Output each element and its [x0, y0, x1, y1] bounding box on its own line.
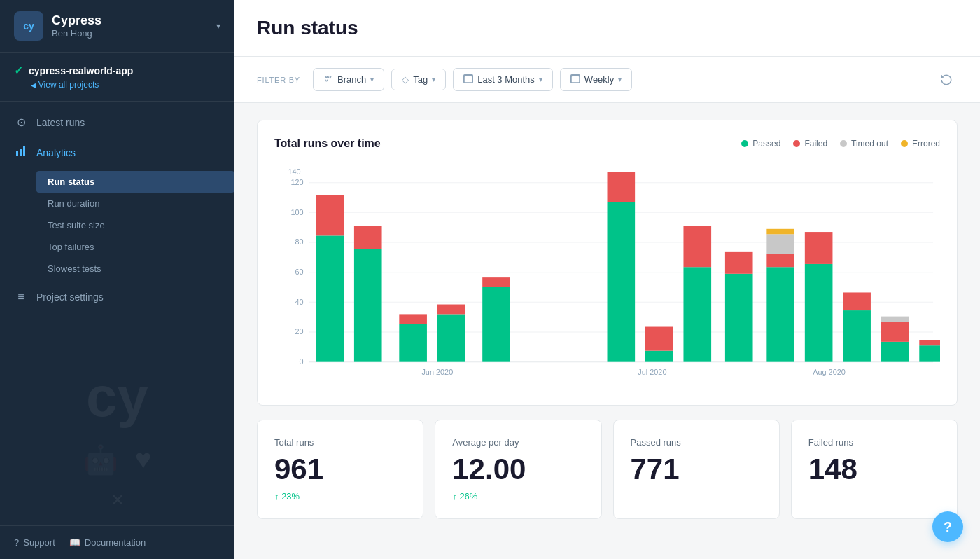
- timedout-dot: [840, 140, 847, 147]
- svg-rect-0: [16, 151, 18, 156]
- support-link[interactable]: ? Support: [14, 537, 55, 548]
- bar: [881, 317, 909, 322]
- app-logo: cy: [14, 11, 43, 41]
- errored-dot: [901, 140, 908, 147]
- bar: [645, 327, 673, 351]
- sidebar-item-latest-runs[interactable]: ⊙ Latest runs: [0, 107, 234, 137]
- sidebar-item-run-status[interactable]: Run status: [36, 171, 234, 193]
- bar: [766, 254, 794, 267]
- svg-text:60: 60: [295, 268, 303, 276]
- last3months-filter-button[interactable]: Last 3 Months ▾: [453, 68, 553, 91]
- bar: [881, 322, 909, 342]
- sidebar-header-text: Cypress Ben Hong: [52, 13, 208, 39]
- legend-errored: Errored: [901, 139, 940, 149]
- legend-failed: Failed: [793, 139, 827, 149]
- bar: [805, 232, 833, 264]
- app-name: Cypress: [52, 13, 208, 28]
- bar: [354, 226, 382, 249]
- weekly-chevron-icon: ▾: [618, 76, 622, 83]
- legend-passed: Passed: [741, 139, 780, 149]
- passed-runs-label: Passed runs: [631, 437, 762, 448]
- bar: [316, 235, 344, 361]
- bar: [645, 351, 673, 362]
- sidebar-header[interactable]: cy Cypress Ben Hong ▾: [0, 0, 234, 53]
- svg-text:0: 0: [300, 357, 304, 366]
- bar: [843, 310, 871, 362]
- main-content: Run status FILTER BY Branch ▾ ◇ Tag ▾ La…: [234, 0, 980, 559]
- bar: [919, 345, 940, 361]
- analytics-sub-nav: Run status Run duration Test suite size …: [0, 168, 234, 282]
- stat-card-total-runs: Total runs 961 23%: [257, 420, 424, 519]
- bar: [438, 314, 465, 361]
- project-section: ✓ cypress-realworld-app View all project…: [0, 53, 234, 102]
- bar: [482, 277, 510, 287]
- circle-icon: ⊙: [14, 116, 28, 129]
- svg-text:Jun 2020: Jun 2020: [421, 367, 453, 375]
- avg-per-day-value: 12.00: [452, 453, 584, 485]
- nav-section: ⊙ Latest runs Analytics Run status Run d…: [0, 102, 234, 525]
- avg-per-day-change: 26%: [452, 491, 584, 502]
- refresh-icon-button[interactable]: [935, 69, 958, 91]
- bar-chart-svg: 0 20 40 60 80 100 120 140: [274, 164, 940, 388]
- svg-text:40: 40: [295, 297, 303, 305]
- sidebar-item-top-failures[interactable]: Top failures: [36, 236, 234, 258]
- content-area: Total runs over time Passed Failed Timed…: [234, 103, 980, 536]
- stat-card-passed-runs: Passed runs 771: [613, 420, 780, 519]
- legend-timedout: Timed out: [840, 139, 888, 149]
- avg-per-day-label: Average per day: [452, 437, 584, 448]
- sidebar-item-run-duration[interactable]: Run duration: [36, 193, 234, 214]
- documentation-link[interactable]: 📖 Documentation: [69, 537, 146, 548]
- branch-chevron-icon: ▾: [370, 76, 374, 83]
- passed-dot: [741, 140, 748, 147]
- bar-chart-icon: [14, 146, 28, 160]
- main-header: Run status: [234, 0, 980, 57]
- weekly-calendar-icon: [570, 74, 580, 85]
- total-runs-label: Total runs: [274, 437, 406, 448]
- bar: [608, 172, 636, 202]
- sidebar-item-analytics[interactable]: Analytics: [0, 137, 234, 168]
- calendar-icon: [463, 74, 473, 85]
- filter-by-label: FILTER BY: [257, 76, 300, 84]
- bar: [354, 249, 382, 362]
- bar: [766, 267, 794, 361]
- user-name: Ben Hong: [52, 28, 208, 39]
- chart-title: Total runs over time: [274, 137, 381, 150]
- tag-icon: ◇: [402, 74, 409, 85]
- svg-text:120: 120: [290, 178, 303, 186]
- bar: [608, 202, 636, 361]
- bar: [316, 195, 344, 236]
- branch-icon: [323, 74, 333, 85]
- page-title: Run status: [257, 17, 958, 39]
- failed-dot: [793, 140, 800, 147]
- bar: [805, 264, 833, 362]
- chart-card: Total runs over time Passed Failed Timed…: [257, 120, 958, 406]
- sidebar-item-project-settings[interactable]: ≡ Project settings: [0, 282, 234, 312]
- bar: [725, 252, 753, 274]
- filter-bar: FILTER BY Branch ▾ ◇ Tag ▾ Last 3 Months…: [234, 57, 980, 103]
- settings-icon: ≡: [14, 291, 28, 303]
- svg-text:20: 20: [295, 327, 303, 336]
- total-runs-change: 23%: [274, 491, 406, 502]
- bar: [399, 314, 427, 324]
- bar: [683, 226, 711, 268]
- sidebar-footer: ? Support 📖 Documentation: [0, 525, 234, 559]
- branch-filter-button[interactable]: Branch ▾: [313, 68, 384, 91]
- tag-filter-button[interactable]: ◇ Tag ▾: [391, 69, 446, 90]
- svg-text:Jul 2020: Jul 2020: [638, 367, 666, 375]
- bar: [766, 234, 794, 254]
- stat-card-avg-per-day: Average per day 12.00 26%: [435, 420, 601, 519]
- bar: [766, 229, 794, 234]
- stat-card-failed-runs: Failed runs 148: [791, 420, 958, 519]
- bar: [482, 287, 510, 362]
- view-all-projects-link[interactable]: View all projects: [31, 80, 220, 90]
- support-icon: ?: [14, 537, 19, 548]
- sidebar-item-slowest-tests[interactable]: Slowest tests: [36, 258, 234, 280]
- svg-rect-2: [23, 146, 25, 156]
- last3months-chevron-icon: ▾: [539, 76, 542, 83]
- bar: [683, 267, 711, 361]
- passed-runs-value: 771: [631, 453, 762, 485]
- sidebar-item-test-suite-size[interactable]: Test suite size: [36, 214, 234, 236]
- project-name: ✓ cypress-realworld-app: [14, 64, 220, 77]
- weekly-filter-button[interactable]: Weekly ▾: [560, 68, 632, 91]
- help-button[interactable]: ?: [932, 511, 963, 542]
